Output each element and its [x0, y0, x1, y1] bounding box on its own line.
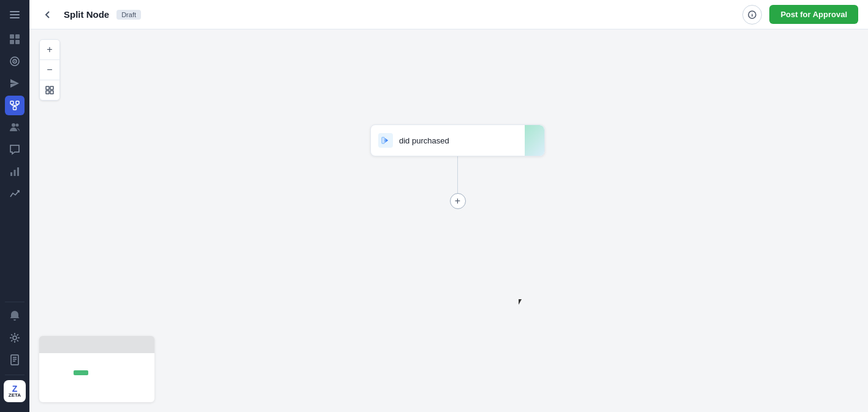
minimap-header [39, 336, 154, 353]
draft-badge: Draft [116, 10, 141, 20]
svg-rect-6 [15, 40, 20, 44]
info-button[interactable] [742, 5, 762, 25]
svg-point-18 [16, 124, 19, 127]
svg-rect-31 [50, 86, 53, 90]
sidebar-item-trends[interactable] [5, 184, 25, 204]
svg-rect-23 [11, 355, 18, 365]
zeta-logo[interactable]: Z ZETA [4, 380, 26, 402]
page-title: Split Node [64, 9, 109, 20]
sidebar: Z ZETA [0, 0, 29, 412]
canvas[interactable]: + − [29, 29, 868, 412]
sidebar-item-target[interactable] [5, 52, 25, 71]
main-area: Split Node Draft Post for Approval + − [29, 0, 868, 412]
connector-line [457, 156, 458, 193]
svg-rect-3 [10, 34, 14, 39]
zoom-in-button[interactable]: + [40, 40, 59, 59]
svg-rect-33 [50, 91, 53, 94]
svg-rect-5 [10, 40, 14, 44]
svg-rect-20 [14, 170, 16, 176]
zoom-controls: + − [39, 39, 60, 101]
svg-rect-2 [10, 17, 20, 18]
sidebar-item-people[interactable] [5, 118, 25, 137]
svg-rect-32 [46, 91, 49, 94]
svg-point-29 [752, 12, 753, 13]
svg-point-17 [12, 123, 15, 127]
header: Split Node Draft Post for Approval [29, 0, 868, 29]
svg-rect-11 [16, 101, 19, 104]
add-node-button[interactable]: + [450, 193, 466, 209]
node-icon [378, 133, 393, 148]
sidebar-item-chat[interactable] [5, 140, 25, 159]
sidebar-item-docs[interactable] [5, 350, 25, 370]
sidebar-item-notifications[interactable] [5, 306, 25, 326]
node-wrapper: did purchased ··· + [370, 124, 545, 209]
svg-rect-34 [382, 137, 384, 143]
sidebar-item-send[interactable] [5, 74, 25, 93]
zoom-fit-button[interactable] [40, 80, 59, 100]
sidebar-menu-toggle[interactable] [5, 5, 25, 25]
node-card[interactable]: did purchased ··· [370, 124, 545, 156]
sidebar-nav [5, 27, 25, 298]
minimap [39, 336, 154, 402]
sidebar-item-overview[interactable] [5, 29, 25, 49]
svg-point-9 [14, 61, 15, 62]
svg-rect-21 [17, 167, 19, 176]
svg-rect-30 [46, 86, 49, 90]
cursor-indicator [519, 299, 526, 307]
back-button[interactable] [39, 6, 56, 23]
svg-rect-12 [13, 107, 17, 110]
sidebar-bottom: Z ZETA [4, 306, 26, 407]
node-decoration [525, 125, 544, 156]
minimap-body [39, 353, 154, 402]
svg-point-22 [13, 336, 17, 340]
svg-rect-19 [10, 172, 12, 176]
sidebar-item-analytics[interactable] [5, 162, 25, 181]
zoom-out-button[interactable]: − [40, 60, 59, 80]
post-approval-button[interactable]: Post for Approval [769, 5, 858, 24]
svg-rect-1 [10, 14, 20, 15]
svg-rect-0 [10, 11, 20, 12]
sidebar-item-integrations[interactable] [5, 328, 25, 348]
sidebar-item-flow[interactable] [5, 96, 25, 115]
svg-rect-10 [10, 101, 13, 104]
svg-rect-4 [15, 34, 20, 39]
node-label: did purchased [399, 136, 519, 145]
minimap-node-indicator [74, 370, 88, 375]
